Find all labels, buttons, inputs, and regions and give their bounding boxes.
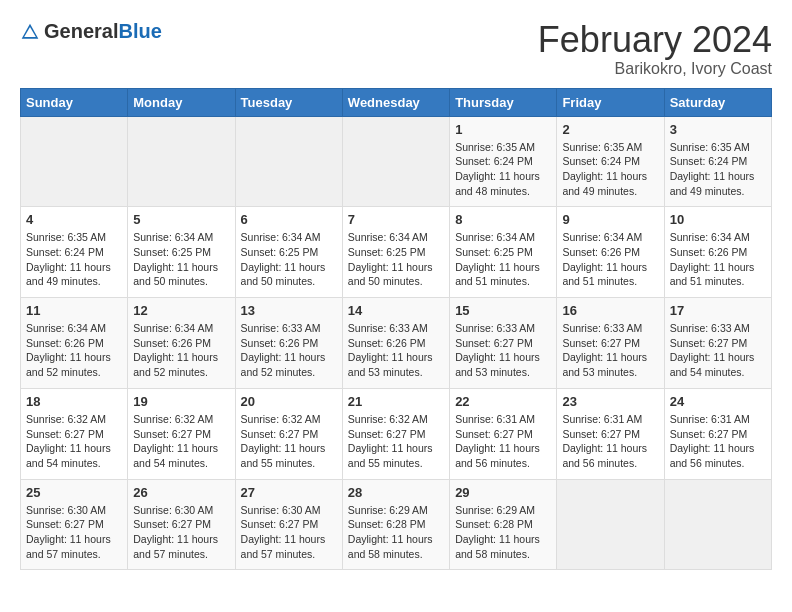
day-number: 9	[562, 212, 658, 227]
day-number: 10	[670, 212, 766, 227]
calendar-cell: 2Sunrise: 6:35 AM Sunset: 6:24 PM Daylig…	[557, 116, 664, 207]
day-detail: Sunrise: 6:33 AM Sunset: 6:26 PM Dayligh…	[241, 321, 337, 380]
day-number: 25	[26, 485, 122, 500]
day-number: 16	[562, 303, 658, 318]
header-cell-wednesday: Wednesday	[342, 88, 449, 116]
calendar-cell: 11Sunrise: 6:34 AM Sunset: 6:26 PM Dayli…	[21, 298, 128, 389]
day-detail: Sunrise: 6:29 AM Sunset: 6:28 PM Dayligh…	[348, 503, 444, 562]
calendar-cell: 1Sunrise: 6:35 AM Sunset: 6:24 PM Daylig…	[450, 116, 557, 207]
day-number: 11	[26, 303, 122, 318]
calendar-table: SundayMondayTuesdayWednesdayThursdayFrid…	[20, 88, 772, 571]
header-row: SundayMondayTuesdayWednesdayThursdayFrid…	[21, 88, 772, 116]
calendar-body: 1Sunrise: 6:35 AM Sunset: 6:24 PM Daylig…	[21, 116, 772, 570]
day-number: 5	[133, 212, 229, 227]
day-detail: Sunrise: 6:30 AM Sunset: 6:27 PM Dayligh…	[26, 503, 122, 562]
generalblue-logo-icon	[20, 22, 40, 42]
day-detail: Sunrise: 6:32 AM Sunset: 6:27 PM Dayligh…	[348, 412, 444, 471]
calendar-header: SundayMondayTuesdayWednesdayThursdayFrid…	[21, 88, 772, 116]
day-detail: Sunrise: 6:35 AM Sunset: 6:24 PM Dayligh…	[26, 230, 122, 289]
day-detail: Sunrise: 6:31 AM Sunset: 6:27 PM Dayligh…	[562, 412, 658, 471]
calendar-cell	[235, 116, 342, 207]
day-detail: Sunrise: 6:34 AM Sunset: 6:25 PM Dayligh…	[455, 230, 551, 289]
day-detail: Sunrise: 6:34 AM Sunset: 6:26 PM Dayligh…	[562, 230, 658, 289]
logo: GeneralBlue	[20, 20, 162, 43]
calendar-cell: 9Sunrise: 6:34 AM Sunset: 6:26 PM Daylig…	[557, 207, 664, 298]
day-detail: Sunrise: 6:34 AM Sunset: 6:26 PM Dayligh…	[26, 321, 122, 380]
day-number: 6	[241, 212, 337, 227]
day-detail: Sunrise: 6:30 AM Sunset: 6:27 PM Dayligh…	[133, 503, 229, 562]
calendar-cell: 24Sunrise: 6:31 AM Sunset: 6:27 PM Dayli…	[664, 388, 771, 479]
header: GeneralBlue February 2024 Barikokro, Ivo…	[20, 20, 772, 78]
logo-text: GeneralBlue	[44, 20, 162, 43]
calendar-cell	[128, 116, 235, 207]
day-detail: Sunrise: 6:32 AM Sunset: 6:27 PM Dayligh…	[133, 412, 229, 471]
header-cell-tuesday: Tuesday	[235, 88, 342, 116]
calendar-cell: 25Sunrise: 6:30 AM Sunset: 6:27 PM Dayli…	[21, 479, 128, 570]
calendar-cell: 26Sunrise: 6:30 AM Sunset: 6:27 PM Dayli…	[128, 479, 235, 570]
day-number: 4	[26, 212, 122, 227]
calendar-cell: 28Sunrise: 6:29 AM Sunset: 6:28 PM Dayli…	[342, 479, 449, 570]
calendar-cell: 4Sunrise: 6:35 AM Sunset: 6:24 PM Daylig…	[21, 207, 128, 298]
day-detail: Sunrise: 6:34 AM Sunset: 6:25 PM Dayligh…	[348, 230, 444, 289]
calendar-cell: 8Sunrise: 6:34 AM Sunset: 6:25 PM Daylig…	[450, 207, 557, 298]
header-cell-saturday: Saturday	[664, 88, 771, 116]
day-detail: Sunrise: 6:29 AM Sunset: 6:28 PM Dayligh…	[455, 503, 551, 562]
calendar-cell: 5Sunrise: 6:34 AM Sunset: 6:25 PM Daylig…	[128, 207, 235, 298]
day-detail: Sunrise: 6:34 AM Sunset: 6:25 PM Dayligh…	[133, 230, 229, 289]
day-detail: Sunrise: 6:31 AM Sunset: 6:27 PM Dayligh…	[670, 412, 766, 471]
day-number: 14	[348, 303, 444, 318]
day-number: 19	[133, 394, 229, 409]
day-detail: Sunrise: 6:34 AM Sunset: 6:25 PM Dayligh…	[241, 230, 337, 289]
calendar-cell	[664, 479, 771, 570]
day-detail: Sunrise: 6:31 AM Sunset: 6:27 PM Dayligh…	[455, 412, 551, 471]
day-detail: Sunrise: 6:34 AM Sunset: 6:26 PM Dayligh…	[670, 230, 766, 289]
title-area: February 2024 Barikokro, Ivory Coast	[538, 20, 772, 78]
header-cell-thursday: Thursday	[450, 88, 557, 116]
calendar-cell: 10Sunrise: 6:34 AM Sunset: 6:26 PM Dayli…	[664, 207, 771, 298]
calendar-week-row: 18Sunrise: 6:32 AM Sunset: 6:27 PM Dayli…	[21, 388, 772, 479]
day-detail: Sunrise: 6:30 AM Sunset: 6:27 PM Dayligh…	[241, 503, 337, 562]
calendar-cell: 3Sunrise: 6:35 AM Sunset: 6:24 PM Daylig…	[664, 116, 771, 207]
calendar-cell	[557, 479, 664, 570]
calendar-cell: 27Sunrise: 6:30 AM Sunset: 6:27 PM Dayli…	[235, 479, 342, 570]
calendar-cell: 18Sunrise: 6:32 AM Sunset: 6:27 PM Dayli…	[21, 388, 128, 479]
day-number: 24	[670, 394, 766, 409]
calendar-week-row: 4Sunrise: 6:35 AM Sunset: 6:24 PM Daylig…	[21, 207, 772, 298]
day-number: 7	[348, 212, 444, 227]
logo-general: General	[44, 20, 118, 42]
day-number: 2	[562, 122, 658, 137]
calendar-cell: 29Sunrise: 6:29 AM Sunset: 6:28 PM Dayli…	[450, 479, 557, 570]
day-detail: Sunrise: 6:33 AM Sunset: 6:27 PM Dayligh…	[562, 321, 658, 380]
day-detail: Sunrise: 6:33 AM Sunset: 6:26 PM Dayligh…	[348, 321, 444, 380]
calendar-cell	[342, 116, 449, 207]
calendar-cell	[21, 116, 128, 207]
header-cell-monday: Monday	[128, 88, 235, 116]
day-detail: Sunrise: 6:33 AM Sunset: 6:27 PM Dayligh…	[455, 321, 551, 380]
day-detail: Sunrise: 6:35 AM Sunset: 6:24 PM Dayligh…	[455, 140, 551, 199]
calendar-cell: 21Sunrise: 6:32 AM Sunset: 6:27 PM Dayli…	[342, 388, 449, 479]
page-title: February 2024	[538, 20, 772, 60]
calendar-cell: 6Sunrise: 6:34 AM Sunset: 6:25 PM Daylig…	[235, 207, 342, 298]
day-detail: Sunrise: 6:32 AM Sunset: 6:27 PM Dayligh…	[26, 412, 122, 471]
day-number: 18	[26, 394, 122, 409]
header-cell-friday: Friday	[557, 88, 664, 116]
day-number: 21	[348, 394, 444, 409]
logo-blue: Blue	[118, 20, 161, 42]
calendar-cell: 16Sunrise: 6:33 AM Sunset: 6:27 PM Dayli…	[557, 298, 664, 389]
day-detail: Sunrise: 6:32 AM Sunset: 6:27 PM Dayligh…	[241, 412, 337, 471]
calendar-cell: 13Sunrise: 6:33 AM Sunset: 6:26 PM Dayli…	[235, 298, 342, 389]
calendar-cell: 14Sunrise: 6:33 AM Sunset: 6:26 PM Dayli…	[342, 298, 449, 389]
day-detail: Sunrise: 6:35 AM Sunset: 6:24 PM Dayligh…	[670, 140, 766, 199]
day-number: 1	[455, 122, 551, 137]
calendar-week-row: 25Sunrise: 6:30 AM Sunset: 6:27 PM Dayli…	[21, 479, 772, 570]
header-cell-sunday: Sunday	[21, 88, 128, 116]
day-number: 27	[241, 485, 337, 500]
day-number: 17	[670, 303, 766, 318]
calendar-cell: 12Sunrise: 6:34 AM Sunset: 6:26 PM Dayli…	[128, 298, 235, 389]
calendar-cell: 17Sunrise: 6:33 AM Sunset: 6:27 PM Dayli…	[664, 298, 771, 389]
day-number: 15	[455, 303, 551, 318]
calendar-cell: 15Sunrise: 6:33 AM Sunset: 6:27 PM Dayli…	[450, 298, 557, 389]
calendar-cell: 7Sunrise: 6:34 AM Sunset: 6:25 PM Daylig…	[342, 207, 449, 298]
day-number: 26	[133, 485, 229, 500]
calendar-cell: 22Sunrise: 6:31 AM Sunset: 6:27 PM Dayli…	[450, 388, 557, 479]
